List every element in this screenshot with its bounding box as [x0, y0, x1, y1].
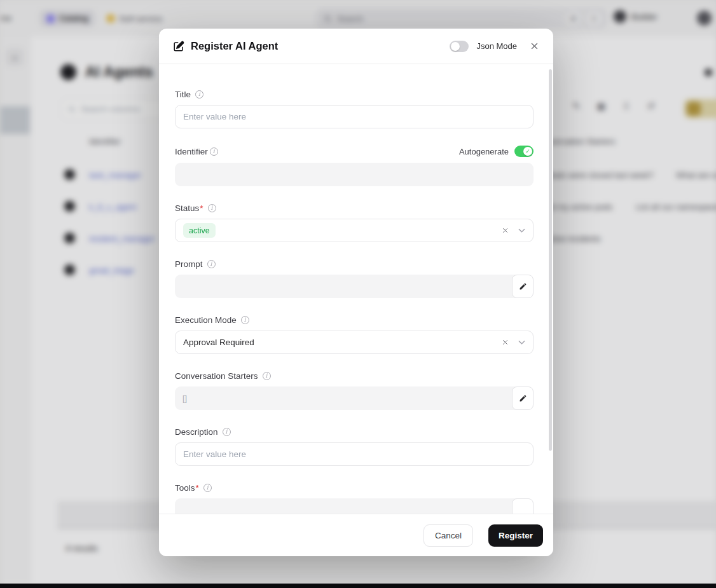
close-icon[interactable] — [530, 41, 539, 51]
info-icon[interactable]: i — [195, 90, 203, 99]
bottom-bar — [0, 584, 716, 588]
status-chip: active — [183, 223, 216, 238]
field-identifier: Identifier i Autogenerate ✓ — [175, 146, 534, 186]
field-prompt: Prompt i — [175, 259, 534, 298]
pencil-square-icon — [173, 41, 184, 52]
register-button[interactable]: Register — [488, 524, 543, 547]
field-description: Description i — [175, 427, 534, 466]
info-icon[interactable]: i — [241, 316, 249, 324]
required-mark: * — [196, 483, 199, 493]
info-icon[interactable]: i — [223, 428, 231, 436]
pencil-icon — [519, 394, 527, 402]
cancel-button[interactable]: Cancel — [423, 524, 473, 547]
field-status: Status* i active — [175, 203, 534, 242]
autogenerate-toggle[interactable]: ✓ — [514, 146, 534, 157]
modal-footer: Cancel Register — [159, 514, 553, 556]
info-icon[interactable]: i — [263, 372, 271, 380]
edit-starters-button[interactable] — [512, 386, 534, 410]
conversation-starters-input: [] — [175, 386, 534, 410]
register-ai-agent-modal: Register AI Agent Json Mode Title i — [159, 29, 553, 556]
chevron-down-icon[interactable] — [518, 340, 525, 345]
status-select[interactable]: active — [175, 219, 534, 242]
pencil-icon — [519, 282, 527, 291]
info-icon[interactable]: i — [208, 204, 216, 212]
clear-icon[interactable] — [502, 227, 509, 234]
modal-body[interactable]: Title i Identifier i Autogenerate ✓ — [159, 64, 553, 514]
execution-mode-value: Approval Required — [183, 338, 254, 347]
autogenerate-label: Autogenerate — [459, 147, 509, 156]
identifier-input — [175, 163, 534, 186]
info-icon[interactable]: i — [210, 147, 218, 156]
modal-scrollbar[interactable] — [549, 69, 552, 451]
field-title: Title i — [175, 90, 534, 128]
prompt-label: Prompt — [175, 259, 203, 269]
field-conversation-starters: Conversation Starters i [] — [175, 371, 534, 410]
chevron-down-icon[interactable] — [518, 228, 525, 233]
field-tools: Tools* i — [175, 483, 534, 514]
description-label: Description — [175, 427, 218, 437]
required-mark: * — [200, 203, 203, 213]
info-icon[interactable]: i — [203, 484, 212, 492]
tools-label: Tools — [175, 483, 195, 493]
edit-tools-button[interactable] — [512, 498, 534, 514]
conversation-starters-label: Conversation Starters — [175, 371, 258, 381]
description-input[interactable] — [175, 442, 534, 466]
status-label: Status — [175, 203, 199, 213]
info-icon[interactable]: i — [207, 260, 216, 268]
json-mode-toggle[interactable] — [450, 41, 469, 52]
screen: me Catalog Self-service Search ⌘ K — [0, 0, 716, 588]
edit-prompt-button[interactable] — [512, 275, 534, 298]
json-mode-label: Json Mode — [476, 41, 517, 51]
execution-mode-label: Execution Mode — [175, 315, 237, 325]
modal-header: Register AI Agent Json Mode — [159, 29, 553, 64]
execution-mode-select[interactable]: Approval Required — [175, 331, 534, 354]
modal-title: Register AI Agent — [191, 40, 278, 52]
clear-icon[interactable] — [502, 339, 509, 346]
field-execution-mode: Execution Mode i Approval Required — [175, 315, 534, 354]
prompt-input — [175, 275, 534, 298]
identifier-label: Identifier — [175, 147, 208, 156]
title-label: Title — [175, 90, 191, 99]
tools-input[interactable] — [175, 498, 534, 514]
title-input[interactable] — [175, 105, 534, 128]
